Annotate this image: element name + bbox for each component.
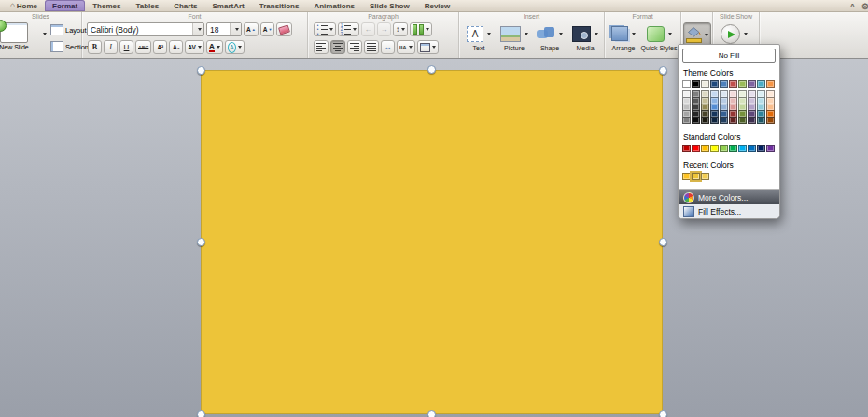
columns-button[interactable] xyxy=(410,22,432,36)
new-slide-dropdown-arrow-icon[interactable] xyxy=(43,33,47,35)
resize-handle-middle-left[interactable] xyxy=(197,238,205,246)
tab-transitions[interactable]: Transitions xyxy=(252,0,307,11)
theme-tint-swatch[interactable] xyxy=(710,117,719,124)
resize-handle-top-right[interactable] xyxy=(659,66,667,75)
align-left-button[interactable] xyxy=(314,40,329,54)
bold-icon: B xyxy=(92,43,97,52)
text-label: Text xyxy=(473,45,485,51)
theme-color-swatch[interactable] xyxy=(692,80,700,88)
clear-formatting-button[interactable] xyxy=(276,22,292,36)
recent-color-swatch[interactable] xyxy=(701,173,709,180)
align-center-button[interactable] xyxy=(330,40,345,54)
shape-button[interactable]: Shape xyxy=(533,23,567,51)
bold-button[interactable]: B xyxy=(88,40,102,54)
tab-home[interactable]: ⌂Home xyxy=(3,0,45,11)
theme-tint-swatch[interactable] xyxy=(720,117,728,124)
more-colors-item[interactable]: More Colors... xyxy=(679,189,779,204)
dropdown-arrow-icon xyxy=(426,28,429,31)
text-anchor-button[interactable] xyxy=(417,40,439,54)
theme-color-swatch[interactable] xyxy=(701,80,709,88)
new-slide-button[interactable]: New Slide xyxy=(0,22,35,50)
collapse-ribbon-icon[interactable]: ^ xyxy=(850,0,855,12)
tab-smartart[interactable]: SmartArt xyxy=(205,0,252,11)
justify-button[interactable] xyxy=(364,40,379,54)
play-slideshow-button[interactable] xyxy=(721,24,740,44)
standard-color-swatch[interactable] xyxy=(766,145,775,152)
quick-styles-button[interactable]: Quick Styles xyxy=(642,23,676,51)
shrink-font-button[interactable]: A▼ xyxy=(260,22,275,36)
bullets-button[interactable]: ••• xyxy=(314,22,336,36)
tab-animations[interactable]: Animations xyxy=(306,0,362,11)
theme-color-swatch[interactable] xyxy=(748,80,756,88)
resize-handle-middle-right[interactable] xyxy=(659,238,667,246)
standard-color-swatch[interactable] xyxy=(710,145,719,152)
standard-color-swatch[interactable] xyxy=(701,145,709,152)
theme-color-swatch[interactable] xyxy=(738,80,747,88)
resize-handle-bottom-center[interactable] xyxy=(427,410,436,417)
standard-color-swatch[interactable] xyxy=(692,145,700,152)
tab-themes[interactable]: Themes xyxy=(85,0,128,11)
grow-font-button[interactable]: A▲ xyxy=(244,22,259,36)
standard-color-swatch[interactable] xyxy=(757,145,765,152)
tab-review[interactable]: Review xyxy=(417,0,458,11)
theme-color-swatch[interactable] xyxy=(682,80,691,88)
resize-handle-top-center[interactable] xyxy=(427,65,436,74)
subscript-button[interactable]: A₂ xyxy=(169,40,183,54)
italic-button[interactable]: I xyxy=(104,40,118,54)
theme-color-swatch[interactable] xyxy=(710,80,719,88)
character-spacing-button[interactable]: AV xyxy=(185,40,204,54)
slideshow-dropdown-arrow-icon[interactable] xyxy=(744,33,748,35)
text-direction-button[interactable]: IIA xyxy=(397,40,415,54)
font-color-button[interactable]: A xyxy=(206,40,223,54)
resize-handle-top-left[interactable] xyxy=(197,66,205,75)
character-spacing-icon: AV xyxy=(188,43,196,52)
standard-color-swatch[interactable] xyxy=(738,145,747,152)
standard-color-swatch[interactable] xyxy=(682,145,691,152)
text-effects-button[interactable]: A xyxy=(225,40,245,54)
tab-slide-show[interactable]: Slide Show xyxy=(362,0,417,11)
line-spacing-button[interactable]: ↕ xyxy=(393,22,408,36)
no-fill-button[interactable]: No Fill xyxy=(682,49,776,63)
media-button[interactable]: Media xyxy=(568,23,602,51)
font-name-dropdown[interactable] xyxy=(192,23,203,35)
superscript-button[interactable]: A² xyxy=(153,40,167,54)
theme-tint-swatch[interactable] xyxy=(766,117,775,124)
tab-tables[interactable]: Tables xyxy=(128,0,166,11)
resize-handle-bottom-left[interactable] xyxy=(197,410,205,417)
numbering-button[interactable]: 123 xyxy=(338,22,360,36)
theme-color-swatch[interactable] xyxy=(720,80,728,88)
theme-tint-swatch[interactable] xyxy=(757,117,765,124)
theme-color-swatch[interactable] xyxy=(766,80,775,88)
standard-color-swatch[interactable] xyxy=(748,145,756,152)
theme-tint-swatch[interactable] xyxy=(738,117,747,124)
theme-tint-swatch[interactable] xyxy=(748,117,756,124)
arrange-button[interactable]: Arrange xyxy=(607,23,640,51)
text-button[interactable]: AText xyxy=(462,23,496,51)
gear-icon[interactable]: ⚙ xyxy=(861,0,868,12)
theme-tint-swatch[interactable] xyxy=(729,117,737,124)
font-name-combo[interactable]: Calibri (Body) xyxy=(87,22,204,36)
resize-handle-bottom-right[interactable] xyxy=(659,410,667,417)
picture-button[interactable]: Picture xyxy=(497,23,531,51)
font-size-dropdown[interactable] xyxy=(230,23,241,35)
theme-tint-swatch[interactable] xyxy=(682,117,691,124)
recent-color-swatch[interactable] xyxy=(682,173,691,180)
tab-format[interactable]: Format xyxy=(45,0,85,11)
align-right-button[interactable] xyxy=(347,40,362,54)
theme-tint-swatch[interactable] xyxy=(701,117,709,124)
theme-color-swatch[interactable] xyxy=(729,80,737,88)
strikethrough-button[interactable]: ABC xyxy=(135,40,151,54)
standard-color-swatch[interactable] xyxy=(720,145,728,152)
distribute-button[interactable]: ↔ xyxy=(381,40,395,54)
underline-button[interactable]: U xyxy=(119,40,133,54)
slide-shape[interactable] xyxy=(201,70,663,414)
theme-tint-column xyxy=(701,90,709,124)
recent-color-swatch[interactable] xyxy=(692,173,700,180)
font-size-combo[interactable]: 18 xyxy=(206,22,242,36)
fill-effects-item[interactable]: Fill Effects... xyxy=(679,204,779,218)
theme-color-swatch[interactable] xyxy=(757,80,765,88)
tab-charts[interactable]: Charts xyxy=(166,0,204,11)
ribbon-tab-bar: ⌂HomeFormatThemesTablesChartsSmartArtTra… xyxy=(0,0,868,12)
theme-tint-swatch[interactable] xyxy=(692,117,700,124)
standard-color-swatch[interactable] xyxy=(729,145,737,152)
